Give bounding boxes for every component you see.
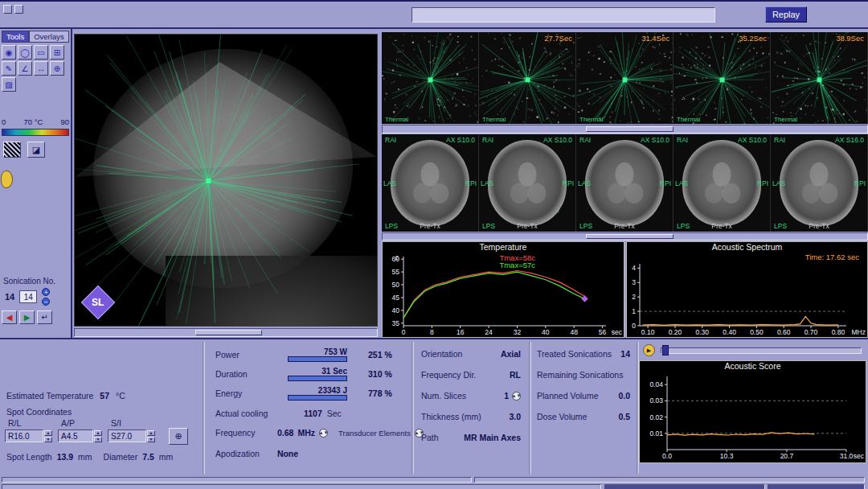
thermal-footer-label: Thermal: [482, 116, 506, 123]
planned-volume-value: 0.0: [618, 391, 630, 401]
playback-slider[interactable]: [661, 347, 862, 354]
left-orientation-label: LAS: [383, 179, 396, 187]
target-tool-icon[interactable]: ◉: [2, 45, 16, 60]
status-cell: [768, 484, 865, 489]
sonication-number-value: 14: [5, 292, 14, 302]
thermal-row-scrollbar[interactable]: [382, 125, 868, 134]
replay-button[interactable]: Replay: [765, 6, 807, 23]
transducer-elements-label: Transducer Elements: [338, 429, 411, 438]
tools-sidebar: Tools Overlays ◉ ◯ ▭ ⊞ ✎ ∠ ↔ ⊕ ▨ 0 70 °C…: [0, 29, 72, 338]
sonication-spin-field[interactable]: 14: [19, 290, 37, 303]
ap-coordinate-field[interactable]: A4.5: [58, 429, 93, 442]
si-coordinate-field[interactable]: S27.0: [108, 429, 146, 442]
move-spot-button[interactable]: ⊕: [169, 428, 188, 445]
thermal-map-tile[interactable]: 35.2Sec Thermal: [674, 32, 771, 124]
patient-alert-icon[interactable]: [1, 171, 13, 188]
energy-value: 23343: [318, 386, 341, 395]
temperature-colorbar: [2, 129, 69, 136]
ap-decrement-button[interactable]: ▼: [94, 437, 102, 442]
sonication-time-label: 31.4Sec: [641, 34, 669, 43]
series-label: Pre-Tx: [614, 222, 635, 230]
rl-column-label: R/L: [8, 418, 21, 428]
hatch-overlay-tool-icon[interactable]: ▨: [2, 77, 16, 92]
mri-brain-image: [585, 140, 664, 225]
svg-text:0.01: 0.01: [649, 429, 663, 438]
mri-slice-tile[interactable]: RAI AX S16.0 LAS RPI LPS Pre-Tx: [771, 134, 868, 232]
si-increment-button[interactable]: ▲: [147, 430, 155, 436]
scrollbar-thumb[interactable]: [586, 126, 674, 132]
sonication-decrement-button[interactable]: −: [42, 298, 50, 306]
orientation-label: Orientation: [421, 349, 462, 359]
mri-slice-tile[interactable]: RAI AX S10.0 LAS RPI LPS Pre-Tx: [382, 134, 479, 232]
thermal-map-tile[interactable]: 31.4Sec Thermal: [576, 32, 674, 124]
overlay-pattern-buttons: ◪: [3, 142, 45, 158]
svg-text:0.30: 0.30: [696, 328, 710, 336]
thickness-label: Thickness (mm): [421, 412, 481, 421]
roi-rect-tool-icon[interactable]: ▭: [34, 45, 48, 60]
series-label: Pre-Tx: [809, 222, 829, 230]
sonication-selector: 14 14 + −: [5, 288, 50, 306]
mri-row-scrollbar[interactable]: [382, 232, 868, 240]
diameter-label: Diameter: [104, 452, 138, 462]
draw-tool-icon[interactable]: ✎: [2, 61, 16, 76]
sonication-increment-button[interactable]: +: [42, 288, 50, 296]
mri-slice-tile[interactable]: RAI AX S10.0 LAS RPI LPS Pre-Tx: [674, 134, 771, 232]
status-bar: [0, 476, 868, 483]
rl-coordinate-field[interactable]: R16.0: [5, 429, 43, 442]
view3d-scrollbar[interactable]: [74, 328, 378, 337]
spot-length-label: Spot Length: [6, 452, 52, 462]
orientation-label: RAI: [482, 136, 493, 144]
top-bar: Replay: [0, 2, 868, 29]
svg-text:0.10: 0.10: [641, 328, 655, 336]
score-plot: 0.010.320.731.00.010.020.030.04sec: [640, 372, 866, 460]
window-menu-icon[interactable]: [14, 5, 23, 14]
mri-slice-tile[interactable]: RAI AX S10.0 LAS RPI LPS Pre-Tx: [479, 134, 576, 232]
dose-volume-label: Dose Volume: [537, 412, 587, 421]
move-tool-icon[interactable]: ⊕: [50, 61, 64, 76]
measure-tool-icon[interactable]: ↔: [34, 61, 48, 76]
playback-button[interactable]: ▶: [643, 344, 655, 356]
grid-overlay-tool-icon[interactable]: ⊞: [50, 45, 64, 60]
clear-overlay-button[interactable]: ◪: [27, 142, 45, 158]
previous-sonication-button[interactable]: ◀: [2, 310, 17, 324]
thermal-map-tile[interactable]: 27.7Sec Thermal: [479, 32, 576, 124]
sonication-nav-buttons: ◀ ▶ ↵: [2, 310, 52, 324]
num-slices-spinner-icon[interactable]: ▲▼: [512, 392, 521, 401]
diameter-value: 7.5: [142, 452, 154, 462]
bottom-orientation-label: LPS: [579, 222, 592, 230]
scrollbar-thumb[interactable]: [195, 330, 262, 335]
tab-tools[interactable]: Tools: [2, 31, 29, 43]
angle-tool-icon[interactable]: ∠: [18, 61, 32, 76]
hatch-pattern-button[interactable]: [3, 142, 21, 158]
window-menu-icon[interactable]: [3, 5, 12, 14]
path-value: MR Main Axes: [464, 433, 521, 442]
duration-value: 31: [321, 367, 330, 376]
si-decrement-button[interactable]: ▼: [147, 437, 155, 442]
scrollbar-thumb[interactable]: [586, 234, 674, 239]
thermal-rays-overlay: [771, 32, 868, 124]
thermal-footer-label: Thermal: [677, 116, 700, 123]
ap-increment-button[interactable]: ▲: [94, 430, 102, 436]
mri-brain-image: [488, 140, 567, 225]
thermal-map-tile[interactable]: Thermal: [382, 32, 479, 124]
confirm-button[interactable]: ↵: [37, 310, 52, 324]
right-orientation-label: RPI: [660, 179, 671, 187]
tab-overlays[interactable]: Overlays: [29, 31, 68, 43]
mri-slice-tile[interactable]: RAI AX S10.0 LAS RPI LPS Pre-Tx: [576, 134, 674, 232]
rl-decrement-button[interactable]: ▼: [44, 437, 52, 442]
playback-slider-handle[interactable]: [662, 345, 669, 355]
svg-text:1: 1: [632, 307, 636, 315]
bottom-orientation-label: LPS: [482, 222, 495, 230]
slice-position-label: AX S10.0: [641, 136, 669, 144]
message-input[interactable]: [411, 7, 715, 23]
3d-beam-view[interactable]: SL: [74, 34, 378, 327]
start-sonication-button[interactable]: ▶: [19, 310, 35, 324]
roi-circle-tool-icon[interactable]: ◯: [18, 45, 32, 60]
bottom-orientation-label: LPS: [774, 222, 787, 230]
spectrum-time-label: Time: 17.62 sec: [805, 253, 859, 261]
thermal-map-tile[interactable]: 38.9Sec Thermal: [771, 32, 868, 124]
rl-increment-button[interactable]: ▲: [44, 430, 52, 436]
frequency-spinner-icon[interactable]: ▲▼: [319, 429, 328, 438]
energy-percent: 778 %: [368, 388, 392, 398]
left-orientation-label: LAS: [772, 179, 785, 187]
